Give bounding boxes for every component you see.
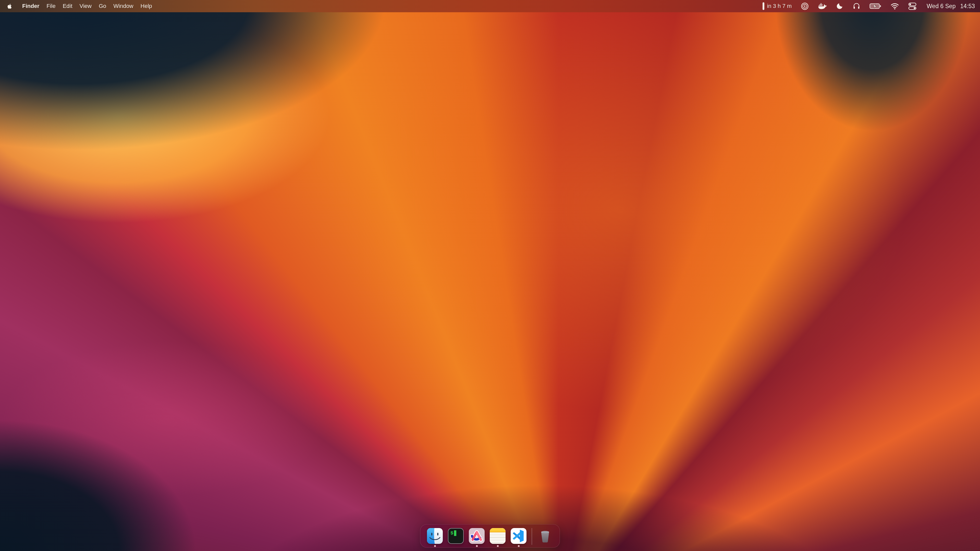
menu-window[interactable]: Window <box>113 3 133 10</box>
focus-mode-menu-item[interactable] <box>836 2 843 10</box>
onepassword-icon <box>801 2 809 10</box>
dock-item-trash[interactable] <box>537 528 553 547</box>
arc-browser-icon <box>469 528 485 544</box>
desktop <box>0 0 980 551</box>
apple-logo-icon <box>6 3 13 10</box>
running-indicator-dot <box>497 545 499 547</box>
menu-bar-left: Finder File Edit View Go Window Help <box>0 0 156 12</box>
clock-time: 14:53 <box>960 3 975 10</box>
timer-bar-icon <box>762 2 764 10</box>
dock-item-arc[interactable] <box>469 528 485 547</box>
dock-item-vscode[interactable] <box>511 528 527 547</box>
dock-item-terminal[interactable]: $ <box>448 528 464 547</box>
wifi-icon <box>891 3 899 10</box>
notes-yellow-header <box>490 528 506 532</box>
running-indicator-dot <box>476 545 478 547</box>
dock-container: $ <box>0 524 980 548</box>
notes-lines <box>490 532 506 544</box>
menu-bar-status-area: in 3 h 7 m <box>762 0 980 12</box>
trash-empty-icon <box>537 528 553 544</box>
control-center-menu-item[interactable] <box>908 3 916 10</box>
dock: $ <box>420 524 560 548</box>
menu-edit[interactable]: Edit <box>63 3 73 10</box>
wifi-menu-item[interactable] <box>891 3 899 10</box>
clock-date: Wed 6 Sep <box>927 3 956 10</box>
menu-help[interactable]: Help <box>141 3 152 10</box>
terminal-prompt: $ <box>450 530 456 536</box>
headphones-icon <box>853 2 860 10</box>
audio-output-menu-item[interactable] <box>853 2 860 10</box>
menu-view[interactable]: View <box>80 3 92 10</box>
countdown-label: in 3 h 7 m <box>767 3 792 10</box>
menu-bar: Finder File Edit View Go Window Help in … <box>0 0 980 12</box>
terminal-cursor <box>454 530 456 536</box>
vscode-icon <box>511 528 527 544</box>
menu-go[interactable]: Go <box>99 3 106 10</box>
terminal-icon: $ <box>448 528 464 544</box>
status-countdown[interactable]: in 3 h 7 m <box>762 2 792 10</box>
moon-icon <box>836 2 843 10</box>
menu-file[interactable]: File <box>46 3 56 10</box>
dock-separator <box>531 528 532 545</box>
finder-icon <box>427 528 443 544</box>
battery-charging-icon <box>870 3 881 9</box>
control-center-icon <box>908 3 916 10</box>
onepassword-menu-item[interactable] <box>801 2 809 10</box>
apple-menu[interactable] <box>6 3 13 10</box>
battery-menu-item[interactable] <box>870 3 881 9</box>
running-indicator-dot <box>434 545 436 547</box>
docker-menu-item[interactable] <box>818 3 827 10</box>
dock-item-finder[interactable] <box>427 528 443 547</box>
menu-app-finder[interactable]: Finder <box>22 3 39 10</box>
docker-whale-icon <box>818 3 827 10</box>
menu-bar-clock[interactable]: Wed 6 Sep 14:53 <box>927 3 975 10</box>
notes-icon <box>490 528 506 544</box>
dock-item-notes[interactable] <box>490 528 506 547</box>
running-indicator-dot <box>518 545 520 547</box>
